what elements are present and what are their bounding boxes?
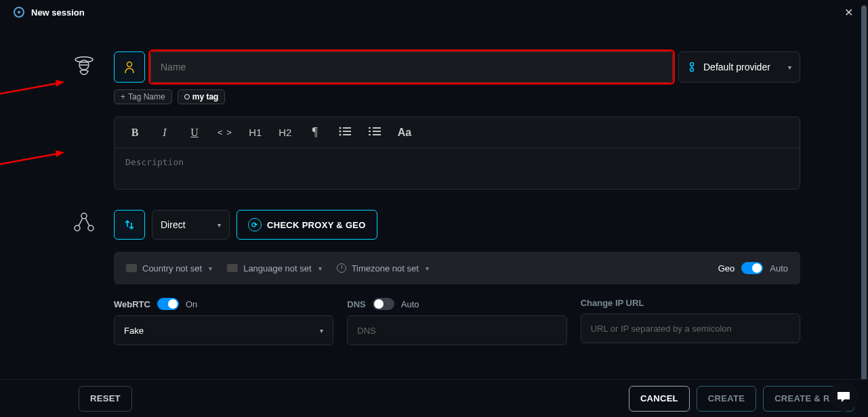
dns-state: Auto	[401, 299, 419, 309]
create-button[interactable]: CREATE	[697, 386, 756, 412]
changeip-input-wrap	[581, 313, 800, 343]
provider-label: Default provider	[703, 62, 770, 72]
connection-mode-label: Direct	[161, 219, 186, 230]
tag-label: my tag	[192, 92, 219, 102]
webrtc-mode-select[interactable]: Fake ▾	[114, 315, 333, 345]
person-icon	[123, 60, 136, 74]
language-label: Language not set	[243, 263, 311, 273]
plus-icon: +	[121, 92, 125, 102]
titlebar: New session ✕	[0, 0, 868, 24]
identity-type-button[interactable]	[114, 51, 145, 83]
chevron-down-icon: ▾	[320, 327, 323, 334]
svg-point-5	[690, 68, 694, 72]
dns-label: DNS	[347, 299, 365, 309]
dns-input[interactable]	[357, 326, 556, 336]
svg-rect-14	[343, 134, 351, 135]
dns-input-wrap	[347, 315, 566, 345]
persona-icon	[72, 53, 96, 77]
geo-bar: Country not set ▾ Language not set ▾ Tim…	[114, 252, 800, 284]
svg-rect-19	[369, 134, 371, 135]
help-fab[interactable]	[829, 382, 859, 412]
changeip-input[interactable]	[591, 324, 790, 334]
network-icon	[73, 211, 96, 234]
svg-marker-22	[56, 150, 64, 157]
check-proxy-button[interactable]: ⟳ CHECK PROXY & GEO	[236, 210, 377, 240]
svg-point-3	[127, 62, 132, 67]
geo-toggle[interactable]	[741, 262, 763, 274]
check-proxy-label: CHECK PROXY & GEO	[267, 220, 366, 230]
vertical-scrollbar[interactable]	[861, 5, 867, 385]
swap-icon	[123, 219, 136, 231]
description-editor: B I U < > H1 H2 ¶ Aa	[114, 116, 800, 190]
dns-toggle[interactable]	[373, 298, 394, 310]
svg-rect-10	[343, 127, 351, 129]
chat-icon	[836, 391, 851, 403]
provider-icon	[687, 61, 697, 73]
timezone-label: Timezone not set	[352, 263, 419, 273]
reset-button[interactable]: RESET	[79, 386, 132, 412]
footer: RESET CANCEL CREATE CREATE & RUN	[0, 379, 868, 417]
geo-mode-label: Auto	[770, 263, 788, 273]
svg-point-25	[88, 225, 94, 231]
refresh-icon: ⟳	[248, 218, 262, 232]
chevron-down-icon: ▾	[318, 265, 322, 272]
proxy-type-button[interactable]	[114, 210, 145, 240]
svg-point-13	[339, 133, 341, 135]
description-textarea[interactable]	[115, 148, 800, 186]
svg-line-7	[0, 83, 58, 97]
svg-point-0	[75, 57, 93, 62]
textsize-button[interactable]: Aa	[398, 127, 411, 139]
connection-mode-select[interactable]: Direct ▾	[152, 210, 230, 240]
geo-label: Geo	[718, 263, 735, 273]
svg-point-4	[690, 63, 694, 66]
svg-marker-8	[56, 80, 64, 87]
svg-rect-18	[373, 131, 381, 132]
svg-point-24	[75, 225, 80, 231]
cancel-button[interactable]: CANCEL	[629, 386, 690, 412]
annotation-arrow	[0, 150, 68, 171]
changeip-label: Change IP URL	[581, 298, 644, 308]
provider-select[interactable]: Default provider ▾	[678, 51, 800, 83]
svg-point-23	[81, 213, 87, 219]
flag-icon	[227, 264, 238, 272]
italic-button[interactable]: I	[158, 127, 171, 139]
flag-icon	[126, 264, 137, 272]
chevron-down-icon: ▾	[788, 64, 791, 71]
svg-rect-16	[373, 127, 381, 129]
session-name-input[interactable]	[150, 51, 673, 83]
svg-line-26	[79, 218, 83, 226]
bold-button[interactable]: B	[128, 127, 142, 139]
svg-rect-17	[369, 131, 371, 132]
svg-line-27	[85, 218, 89, 226]
webrtc-toggle[interactable]	[157, 298, 179, 310]
svg-rect-15	[369, 127, 371, 129]
h2-button[interactable]: H2	[278, 127, 292, 138]
timezone-select[interactable]: Timezone not set ▾	[337, 263, 429, 273]
annotation-arrow	[0, 80, 68, 100]
tag-dot-icon	[184, 94, 190, 100]
h1-button[interactable]: H1	[249, 127, 262, 138]
svg-point-9	[339, 127, 341, 129]
language-select[interactable]: Language not set ▾	[227, 263, 321, 273]
chevron-down-icon: ▾	[426, 265, 429, 272]
window-title: New session	[31, 7, 85, 18]
chevron-down-icon: ▾	[218, 221, 221, 229]
clock-icon	[337, 263, 346, 273]
number-list-button[interactable]	[368, 127, 381, 139]
tag-chip[interactable]: my tag	[178, 89, 226, 104]
editor-toolbar: B I U < > H1 H2 ¶ Aa	[115, 117, 800, 148]
country-label: Country not set	[142, 263, 202, 273]
underline-button[interactable]: U	[188, 127, 201, 139]
svg-rect-20	[373, 134, 381, 135]
close-button[interactable]: ✕	[839, 3, 859, 22]
svg-point-11	[339, 130, 341, 132]
app-icon	[14, 7, 24, 18]
svg-rect-12	[343, 131, 351, 132]
webrtc-state: On	[186, 299, 197, 309]
country-select[interactable]: Country not set ▾	[126, 263, 212, 273]
code-button[interactable]: < >	[218, 127, 232, 137]
chevron-down-icon: ▾	[209, 265, 212, 272]
paragraph-button[interactable]: ¶	[308, 125, 322, 139]
bullet-list-button[interactable]	[338, 127, 352, 139]
add-tag-button[interactable]: + Tag Name	[114, 89, 172, 104]
